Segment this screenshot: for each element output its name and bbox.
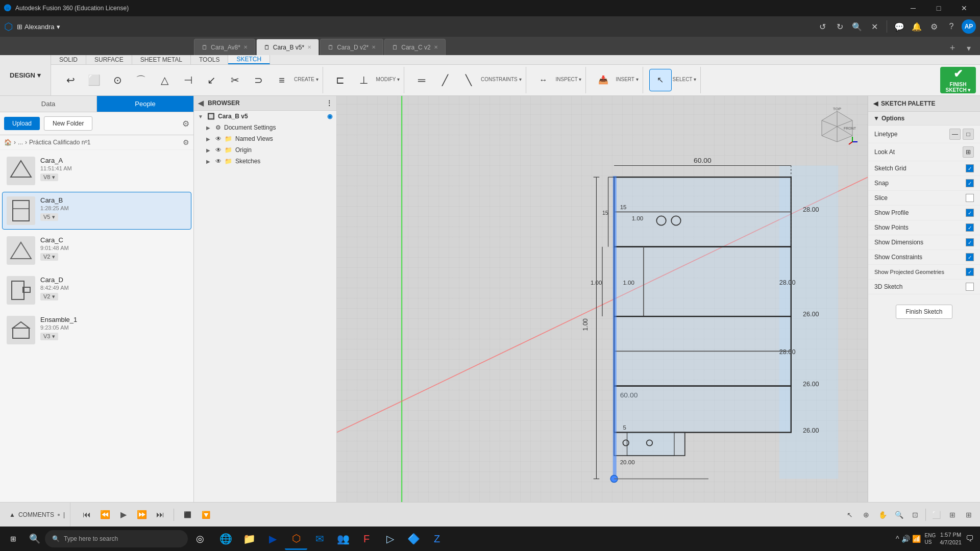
maximize-button[interactable]: □ (927, 0, 950, 16)
tab-cara-b-v5[interactable]: 🗒 Cara_B v5* ✕ (256, 39, 319, 55)
new-folder-button[interactable]: New Folder (44, 116, 92, 131)
file-item-cara-a[interactable]: Cara_A 11:51:41 AM V8 ▾ (2, 152, 191, 190)
taskbar-explorer-icon[interactable]: 📁 (238, 528, 260, 550)
taskbar-zoom-icon[interactable]: Z (426, 528, 448, 550)
nav-cursor-icon[interactable]: ↖ (843, 508, 857, 522)
constraint-perp-tool[interactable]: ╲ (457, 69, 480, 91)
nav-tools[interactable]: TOOLS (191, 55, 228, 64)
view-cube[interactable]: TOP FRONT (817, 106, 857, 147)
tab-cara-c-v2[interactable]: 🗒 Cara_C v2 ✕ (384, 39, 445, 55)
taskbar-teams-icon[interactable]: 👥 (332, 528, 354, 550)
breadcrumb-folder[interactable]: Práctica Calificado nº1 (29, 139, 90, 146)
minimize-button[interactable]: ─ (901, 0, 925, 16)
insert-dxf-tool[interactable]: 📥 (592, 69, 615, 91)
insert-label[interactable]: INSERT ▾ (616, 77, 638, 84)
notification-center-icon[interactable]: 🗨 (966, 534, 974, 543)
radio-icon[interactable]: ◉ (327, 113, 332, 120)
browser-item-sketches[interactable]: ▶ 👁 📁 Sketches (194, 156, 336, 167)
show-profile-checkbox[interactable]: ✓ (966, 209, 974, 217)
look-at-icon[interactable]: ⊞ (963, 146, 974, 158)
linetype-style-icon[interactable]: — (949, 129, 961, 140)
playback-play-button[interactable]: ▶ (116, 508, 131, 522)
taskbar-mail-icon[interactable]: ✉ (308, 528, 331, 550)
search-icon[interactable]: 🔍 (850, 19, 864, 34)
nav-display-mode-icon[interactable]: ⬜ (929, 508, 943, 522)
finish-sketch-button[interactable]: ✔ FINISH SKETCH ▾ (940, 67, 976, 93)
new-tab-button[interactable]: + (945, 41, 960, 55)
nav-solid[interactable]: SOLID (51, 55, 86, 64)
create-polygon-tool[interactable]: △ (153, 69, 176, 91)
breadcrumb-home-icon[interactable]: 🏠 (4, 139, 12, 146)
nav-surface[interactable]: SURFACE (86, 55, 132, 64)
create-slot-tool[interactable]: ⊣ (177, 69, 199, 91)
clock-display[interactable]: 1:57 PM 4/7/2021 (940, 531, 962, 547)
comment-icon[interactable]: 💬 (892, 19, 906, 34)
show-constraints-checkbox[interactable]: ✓ (966, 253, 974, 261)
options-section-header[interactable]: ▼ Options (868, 112, 980, 126)
create-trim-tool[interactable]: ✂ (224, 69, 246, 91)
playback-prev-button[interactable]: ⏪ (98, 508, 112, 522)
taskbar-edge-icon[interactable]: 🌐 (214, 528, 237, 550)
constraint-parallel-tool[interactable]: ╱ (434, 69, 456, 91)
constraints-label[interactable]: CONSTRAINTS ▾ (481, 77, 521, 84)
tab-cara-d-v2[interactable]: 🗒 Cara_D v2* ✕ (320, 39, 383, 55)
create-spline-tool[interactable]: ↙ (200, 69, 223, 91)
file-item-cara-b[interactable]: Cara_B 1:28:25 AM V5 ▾ (2, 192, 191, 230)
design-mode-button[interactable]: DESIGN ▾ (0, 55, 51, 95)
playback-next-button[interactable]: ⏩ (135, 508, 149, 522)
refresh-icon[interactable]: ↺ (815, 19, 829, 34)
slice-checkbox[interactable] (966, 194, 974, 202)
taskbar-powershell-icon[interactable]: ▶ (261, 528, 284, 550)
browser-item-named-views[interactable]: ▶ 👁 📁 Named Views (194, 133, 336, 144)
browser-root-file[interactable]: ▼ 🔲 Cara_B v5 ◉ (194, 111, 336, 122)
tab-cara-av8[interactable]: 🗒 Cara_Av8* ✕ (194, 39, 255, 55)
start-button[interactable]: ⊞ (2, 528, 24, 550)
panel-settings-icon[interactable]: ⚙ (182, 119, 189, 129)
nav-grid-icon[interactable]: ⊞ (945, 508, 960, 522)
select-label[interactable]: SELECT ▾ (673, 77, 697, 84)
tab-close-icon[interactable]: ✕ (434, 44, 438, 50)
user-menu[interactable]: ⊞ Alexandra ▾ (17, 23, 60, 31)
playback-last-button[interactable]: ⏭ (153, 508, 167, 522)
create-rect-tool[interactable]: ⬜ (83, 69, 105, 91)
playback-filter-icon[interactable]: 🔽 (199, 508, 213, 522)
tab-close-icon[interactable]: ✕ (243, 44, 248, 50)
show-points-checkbox[interactable]: ✓ (966, 223, 974, 232)
breadcrumb-ellipsis[interactable]: ... (18, 139, 23, 146)
modify-label[interactable]: MODIFY ▾ (376, 77, 400, 84)
systray-network-icon[interactable]: 📶 (912, 535, 921, 543)
file-item-ensamble-1[interactable]: Ensamble_1 9:23:05 AM V3 ▾ (2, 311, 191, 349)
taskbar-search-box[interactable]: 🔍 Type here to search (45, 530, 188, 547)
create-offset-tool[interactable]: ⊃ (247, 69, 270, 91)
playback-first-button[interactable]: ⏮ (80, 508, 94, 522)
nav-pan-icon[interactable]: ✋ (875, 508, 890, 522)
taskbar-search-icon[interactable]: 🔍 (26, 528, 44, 550)
systray-expand-icon[interactable]: ^ (896, 535, 899, 543)
file-version-cara-a[interactable]: V8 ▾ (40, 173, 58, 181)
nav-sketch[interactable]: SKETCH (228, 55, 270, 64)
sketch-grid-checkbox[interactable]: ✓ (966, 164, 974, 172)
taskbar-app7-icon[interactable]: 🔷 (402, 528, 425, 550)
file-version-ensamble-1[interactable]: V3 ▾ (40, 333, 58, 340)
taskbar-app6-icon[interactable]: ▷ (379, 528, 401, 550)
create-label[interactable]: CREATE ▾ (294, 77, 318, 84)
modify-line2-tool[interactable]: ⊥ (353, 69, 375, 91)
browser-menu-icon[interactable]: ⋮ (326, 99, 332, 107)
close-button[interactable]: ✕ (952, 0, 976, 16)
folder-action-icon[interactable]: ⚙ (183, 138, 189, 146)
nav-fit-icon[interactable]: ⊡ (908, 508, 922, 522)
file-item-cara-d[interactable]: Cara_D 8:42:49 AM V2 ▾ (2, 271, 191, 309)
taskbar-app5-icon[interactable]: F (355, 528, 378, 550)
show-projected-checkbox[interactable]: ✓ (966, 268, 974, 276)
browser-collapse-icon[interactable]: ◀ (198, 99, 204, 107)
tabs-overflow-icon[interactable]: ▾ (962, 41, 976, 55)
nav-sheet-metal[interactable]: SHEET METAL (132, 55, 191, 64)
playback-frame-select-icon[interactable]: ⬛ (180, 508, 194, 522)
create-mirror-tool[interactable]: ≡ (271, 69, 293, 91)
select-tool[interactable]: ↖ (649, 69, 672, 91)
systray-volume-icon[interactable]: 🔊 (901, 535, 910, 543)
panel-tab-data[interactable]: Data (0, 96, 97, 112)
notification-icon[interactable]: 🔔 (910, 19, 924, 34)
help-icon[interactable]: ? (944, 19, 959, 34)
create-line-tool[interactable]: ↩ (59, 69, 82, 91)
